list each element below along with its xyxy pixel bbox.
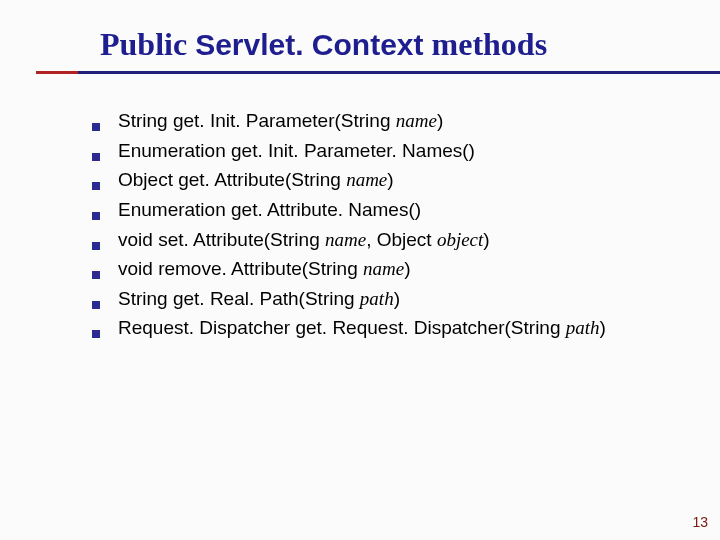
title-pre: Public bbox=[100, 26, 195, 62]
return-type: Enumeration bbox=[118, 199, 231, 220]
method-signature: Enumeration get. Init. Parameter. Names(… bbox=[118, 138, 475, 164]
method-name: remove. Attribute(String bbox=[158, 258, 363, 279]
return-type: Enumeration bbox=[118, 140, 231, 161]
method-signature: void remove. Attribute(String name) bbox=[118, 256, 411, 282]
param-name: name bbox=[363, 258, 404, 279]
method-tail: ) bbox=[483, 229, 489, 250]
param-name: name bbox=[325, 229, 366, 250]
list-item: Enumeration get. Init. Parameter. Names(… bbox=[92, 138, 680, 164]
method-signature: void set. Attribute(String name, Object … bbox=[118, 227, 490, 253]
square-bullet-icon bbox=[92, 271, 100, 279]
method-name: get. Init. Parameter(String bbox=[173, 110, 396, 131]
method-tail: ) bbox=[394, 288, 400, 309]
square-bullet-icon bbox=[92, 153, 100, 161]
method-list: String get. Init. Parameter(String name)… bbox=[92, 108, 680, 341]
return-type: String bbox=[118, 110, 173, 131]
method-name: get. Attribute(String bbox=[178, 169, 346, 190]
return-type: Object bbox=[118, 169, 178, 190]
title-post: methods bbox=[424, 26, 548, 62]
square-bullet-icon bbox=[92, 182, 100, 190]
method-tail: ) bbox=[600, 317, 606, 338]
param-name: name bbox=[346, 169, 387, 190]
slide-title: Public Servlet. Context methods bbox=[100, 26, 547, 63]
method-tail: ) bbox=[387, 169, 393, 190]
list-item: String get. Real. Path(String path) bbox=[92, 286, 680, 312]
list-item: Object get. Attribute(String name) bbox=[92, 167, 680, 193]
param-name: name bbox=[396, 110, 437, 131]
square-bullet-icon bbox=[92, 242, 100, 250]
return-type: Request. Dispatcher bbox=[118, 317, 295, 338]
page-number: 13 bbox=[692, 514, 708, 530]
slide: Public Servlet. Context methods String g… bbox=[0, 0, 720, 540]
return-type: void bbox=[118, 258, 158, 279]
return-type: void bbox=[118, 229, 158, 250]
square-bullet-icon bbox=[92, 301, 100, 309]
param-name: object bbox=[437, 229, 483, 250]
title-underline bbox=[36, 71, 680, 74]
param-name: path bbox=[360, 288, 394, 309]
square-bullet-icon bbox=[92, 330, 100, 338]
list-item: String get. Init. Parameter(String name) bbox=[92, 108, 680, 134]
title-row: Public Servlet. Context methods bbox=[100, 26, 680, 63]
return-type: String bbox=[118, 288, 173, 309]
rule-bar bbox=[78, 71, 720, 74]
method-signature: String get. Real. Path(String path) bbox=[118, 286, 400, 312]
list-item: Enumeration get. Attribute. Names() bbox=[92, 197, 680, 223]
method-name: set. Attribute(String bbox=[158, 229, 325, 250]
accent-bar bbox=[36, 71, 78, 74]
square-bullet-icon bbox=[92, 212, 100, 220]
method-mid: , Object bbox=[366, 229, 437, 250]
method-signature: String get. Init. Parameter(String name) bbox=[118, 108, 443, 134]
method-name: get. Real. Path(String bbox=[173, 288, 360, 309]
list-item: void set. Attribute(String name, Object … bbox=[92, 227, 680, 253]
list-item: void remove. Attribute(String name) bbox=[92, 256, 680, 282]
title-mono: Servlet. Context bbox=[195, 28, 423, 61]
param-name: path bbox=[566, 317, 600, 338]
method-tail: ) bbox=[437, 110, 443, 131]
method-signature: Enumeration get. Attribute. Names() bbox=[118, 197, 421, 223]
method-signature: Object get. Attribute(String name) bbox=[118, 167, 394, 193]
method-signature: Request. Dispatcher get. Request. Dispat… bbox=[118, 315, 606, 341]
method-name: get. Attribute. Names() bbox=[231, 199, 421, 220]
square-bullet-icon bbox=[92, 123, 100, 131]
list-item: Request. Dispatcher get. Request. Dispat… bbox=[92, 315, 680, 341]
method-name: get. Request. Dispatcher(String bbox=[295, 317, 565, 338]
method-name: get. Init. Parameter. Names() bbox=[231, 140, 475, 161]
method-tail: ) bbox=[404, 258, 410, 279]
